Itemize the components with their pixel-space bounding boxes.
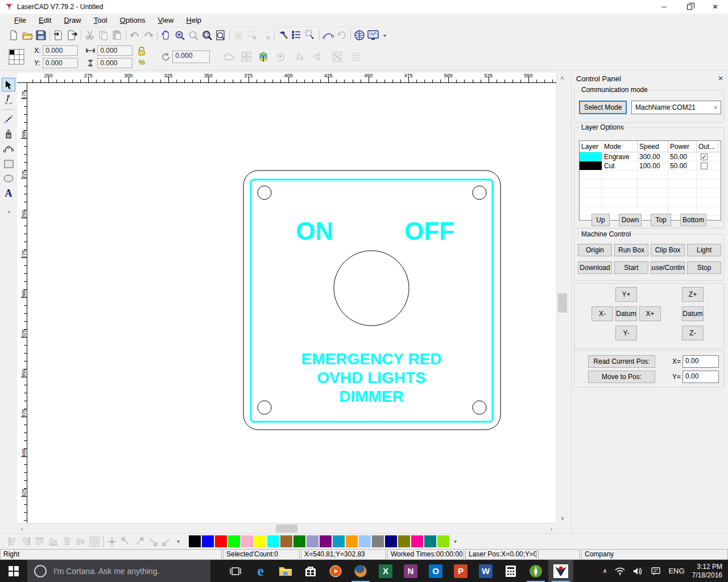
language-indicator[interactable]: ENG <box>664 567 688 575</box>
start-button[interactable] <box>0 560 27 582</box>
select-mode-button[interactable]: Select Mode <box>579 101 627 114</box>
calculator-button[interactable] <box>498 560 523 582</box>
node-edit-button[interactable] <box>321 28 335 42</box>
palette-color-swatch[interactable] <box>280 535 292 547</box>
switch-hole[interactable] <box>334 251 409 326</box>
palette-color-swatch[interactable] <box>293 535 305 547</box>
volume-icon[interactable] <box>629 567 647 575</box>
cortana-search-box[interactable]: I'm Cortana. Ask me anything. <box>27 560 210 582</box>
layer-output-checkbox[interactable] <box>701 163 708 169</box>
taskbar-clock[interactable]: 3:12 PM 7/18/2016 <box>689 563 728 580</box>
layer-out-cell[interactable]: ✓ <box>697 152 718 161</box>
start-button[interactable]: Start <box>614 261 648 274</box>
layer-output-checkbox[interactable]: ✓ <box>701 153 708 160</box>
rotate-field[interactable]: 0.000 <box>172 51 210 63</box>
restore-button[interactable] <box>677 0 702 14</box>
layer-col-header[interactable]: Speed <box>638 141 668 152</box>
read-current-pos-button[interactable]: Read Current Pos: <box>588 355 655 368</box>
label-line1[interactable]: EMERGENCY RED <box>301 350 442 368</box>
download-button[interactable]: Download <box>578 261 612 274</box>
off-text[interactable]: OFF <box>404 217 454 245</box>
palette-color-swatch[interactable] <box>398 535 410 547</box>
palette-color-swatch[interactable] <box>267 535 279 547</box>
node-edit-tool[interactable] <box>2 93 15 106</box>
align-overflow-caret[interactable]: ▾ <box>177 538 180 544</box>
layer-col-header[interactable]: Mode <box>602 141 638 152</box>
run-box-button[interactable]: Run Box <box>614 244 648 256</box>
palette-color-swatch[interactable] <box>202 535 214 547</box>
ellipse-tool[interactable] <box>2 172 15 185</box>
palette-color-swatch[interactable] <box>241 535 253 547</box>
label-line3[interactable]: DIMMER <box>339 388 404 405</box>
menu-options[interactable]: Options <box>114 14 152 26</box>
jog-z-datum-button[interactable]: Datum <box>682 306 704 321</box>
minimize-button[interactable]: ─ <box>651 0 677 14</box>
bezier-tool[interactable] <box>2 142 15 156</box>
jog-y-plus-button[interactable]: Y+ <box>615 287 637 302</box>
anchor-point-selector[interactable] <box>7 47 26 66</box>
zoom-in-button[interactable] <box>173 28 187 42</box>
layer-mode-cell[interactable]: Cut <box>602 161 638 170</box>
palette-color-swatch[interactable] <box>320 535 332 547</box>
text-tool[interactable]: A <box>2 186 15 200</box>
palette-color-swatch[interactable] <box>385 535 397 547</box>
jog-datum-button[interactable]: Datum <box>615 306 637 321</box>
palette-color-swatch[interactable] <box>189 535 201 547</box>
select-tool[interactable] <box>2 78 15 92</box>
layer-speed-cell[interactable]: 100.00 <box>638 161 668 170</box>
layer-row[interactable]: Engrave300.0050.00✓ <box>580 152 721 161</box>
export-button[interactable] <box>65 28 79 42</box>
menu-view[interactable]: View <box>151 14 180 26</box>
layer-bottom-button[interactable]: Bottom <box>680 214 706 226</box>
store-button[interactable] <box>298 560 323 582</box>
pos-y-field[interactable]: 0.00 <box>682 371 719 383</box>
layer-power-cell[interactable]: 50.00 <box>668 152 697 161</box>
vertical-scroll-thumb[interactable] <box>558 293 567 313</box>
lock-ratio-icon[interactable] <box>137 47 146 56</box>
vertical-scrollbar[interactable]: ˄ ˅ <box>556 73 568 523</box>
x-position-field[interactable]: 0.000 <box>43 45 78 56</box>
pos-x-field[interactable]: 0.00 <box>682 355 719 368</box>
pause-continue-button[interactable]: Pause/Continue <box>651 261 685 274</box>
clip-box-button[interactable]: Clip Box <box>651 244 685 256</box>
palette-color-swatch[interactable] <box>333 535 345 547</box>
width-field[interactable]: 0.000 <box>97 45 133 56</box>
pick-button[interactable] <box>304 28 317 42</box>
layer-speed-cell[interactable]: 300.00 <box>638 152 668 161</box>
layer-out-cell[interactable] <box>697 161 718 170</box>
layer-row[interactable]: Cut100.0050.00 <box>580 161 721 171</box>
mount-hole-bottom-left[interactable] <box>258 401 271 414</box>
menu-tool[interactable]: Tool <box>88 14 114 26</box>
zoom-page-button[interactable] <box>214 28 228 42</box>
palette-color-swatch[interactable] <box>215 535 227 547</box>
jog-z-plus-button[interactable]: Z+ <box>682 287 704 302</box>
mount-hole-bottom-right[interactable] <box>473 401 486 414</box>
jog-x-plus-button[interactable]: X+ <box>639 306 661 321</box>
palette-color-swatch[interactable] <box>346 535 358 547</box>
layer-col-header[interactable]: Out... <box>697 141 718 152</box>
on-text[interactable]: ON <box>296 217 333 245</box>
palette-overflow-caret[interactable]: ▾ <box>454 538 457 544</box>
menu-draw[interactable]: Draw <box>57 14 87 26</box>
height-field[interactable]: 0.000 <box>97 58 133 68</box>
jog-y-minus-button[interactable]: Y- <box>615 326 637 340</box>
import-button[interactable] <box>52 28 65 42</box>
move-to-pos-button[interactable]: Move to Pos: <box>588 371 655 383</box>
layer-col-header[interactable]: Power <box>668 141 697 152</box>
horizontal-scroll-thumb[interactable] <box>276 525 297 533</box>
scroll-right-arrow[interactable]: › <box>547 523 556 534</box>
machine-name-dropdown[interactable]: MachName:COM21 ˅ <box>631 101 721 114</box>
palette-color-swatch[interactable] <box>424 535 436 547</box>
zoom-all-button[interactable] <box>200 28 214 42</box>
palette-color-swatch[interactable] <box>411 535 423 547</box>
media-app-button[interactable] <box>323 560 348 582</box>
palette-color-swatch[interactable] <box>228 535 240 547</box>
save-button[interactable] <box>34 28 48 42</box>
open-file-button[interactable] <box>20 28 34 42</box>
powerpoint-button[interactable]: P <box>448 560 473 582</box>
palette-color-swatch[interactable] <box>359 535 371 547</box>
mount-hole-top-left[interactable] <box>258 186 271 199</box>
drawing-canvas[interactable]: ON OFF EMERGENCY RED OVHD LIGHTS DIMMER <box>27 83 556 523</box>
palette-color-swatch[interactable] <box>254 535 266 547</box>
stop-button[interactable]: Stop <box>687 261 721 274</box>
